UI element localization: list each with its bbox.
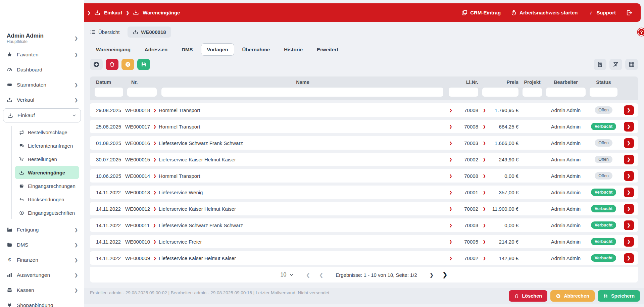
sidebar-item-einkauf[interactable]: Einkauf [3, 109, 81, 122]
column-header-linr[interactable]: Li.Nr. [447, 80, 480, 85]
help-button[interactable]: ? [638, 28, 644, 36]
tab-overview[interactable]: Übersicht [90, 29, 119, 35]
tray-down-icon [7, 113, 13, 118]
last-page-button[interactable]: ❯ [442, 271, 447, 278]
column-settings-button[interactable] [625, 59, 638, 70]
sidebar-item-finanzen[interactable]: Finanzen❯ [0, 252, 84, 267]
tab-record-we000018[interactable]: WE000018 [128, 27, 171, 38]
sidebar-item-eingangsrechnungen[interactable]: Eingangsrechnungen [0, 179, 84, 193]
logout-button[interactable] [626, 9, 633, 16]
tab-dms[interactable]: DMS [176, 43, 199, 56]
tab-uebernahme[interactable]: Übernahme [236, 43, 276, 56]
delete-button[interactable] [106, 59, 118, 70]
row-name: Lieferservice Schwarz Frank Schwarz [159, 222, 447, 228]
crm-entry-button[interactable]: CRM-Eintrag [461, 10, 501, 16]
report-preview-button[interactable] [594, 59, 606, 70]
open-record-button[interactable]: ❯ [624, 155, 634, 164]
sidebar-item-eingangsgutschriften[interactable]: Eingangsgutschriften [0, 206, 84, 219]
table-row[interactable]: 25.08.2025 WE000017❯ Hommel Transport ❯7… [90, 120, 638, 133]
row-preis: ❯684,25 € [480, 124, 521, 130]
open-record-button[interactable]: ❯ [624, 105, 634, 115]
save-button[interactable] [137, 59, 150, 70]
column-header-datum[interactable]: Datum [90, 80, 125, 85]
trash-icon [109, 61, 115, 67]
column-header-nr[interactable]: Nr. [125, 80, 159, 85]
link-chevron-icon: ❯ [153, 240, 156, 244]
previous-page-button[interactable]: ❮ [319, 272, 324, 278]
tab-adressen[interactable]: Adressen [139, 43, 174, 56]
table-row[interactable]: 29.08.2025 WE000018❯ Hommel Transport ❯7… [90, 103, 638, 117]
filter-bearbeiter-input[interactable] [546, 88, 586, 97]
add-button[interactable] [90, 59, 103, 70]
delete-record-button[interactable]: Löschen [509, 290, 548, 302]
table-row[interactable]: 01.08.2025 WE000016❯ Lieferservice Schwa… [90, 136, 638, 150]
tray-down-icon [19, 170, 24, 175]
open-record-button[interactable]: ❯ [624, 122, 634, 132]
row-datum: 14.11.2022 [90, 222, 125, 228]
euro-circle-icon [19, 210, 24, 215]
column-header-name[interactable]: Name [159, 80, 447, 85]
table-row[interactable]: 10.06.2025 WE000014❯ Hommel Transport ❯7… [90, 169, 638, 183]
open-record-button[interactable]: ❯ [624, 204, 634, 214]
column-header-preis[interactable]: Preis [480, 80, 521, 85]
filter-nr-input[interactable] [127, 88, 157, 97]
pagination: 10 ❮ ❮ Ergebnisse: 1 - 10 von 18, Seite:… [90, 267, 638, 283]
save-record-button[interactable]: Speichern [598, 290, 640, 302]
tab-wareneingang[interactable]: Wareneingang [90, 43, 137, 56]
sidebar-item-dms[interactable]: DMS❯ [0, 237, 84, 252]
open-record-button[interactable]: ❯ [624, 138, 634, 148]
sidebar-item-wareneingaenge[interactable]: Wareneingänge [15, 166, 79, 179]
table-row[interactable]: 30.07.2025 WE000015❯ Lieferservice Kaise… [90, 153, 638, 166]
sidebar-item-ruecksendungen[interactable]: Rücksendungen [0, 193, 84, 206]
tab-vorlagen[interactable]: Vorlagen [201, 43, 234, 56]
sidebar-item-kassen[interactable]: Kassen❯ [0, 283, 84, 298]
sidebar-item-bestellungen[interactable]: Bestellungen [0, 152, 84, 166]
filter-status-input[interactable] [590, 88, 617, 97]
filter-name-input[interactable] [161, 88, 443, 97]
user-menu[interactable]: Admin Admin Hauptfiliale ❯ [0, 30, 84, 47]
sidebar-item-stammdaten[interactable]: Stammdaten❯ [0, 77, 84, 92]
sidebar-item-verkauf[interactable]: Verkauf❯ [0, 92, 84, 107]
breadcrumb-einkauf[interactable]: Einkauf [104, 10, 122, 15]
tab-historie[interactable]: Historie [278, 43, 309, 56]
register-icon [7, 287, 12, 293]
column-header-status[interactable]: Status [588, 80, 620, 85]
column-header-projekt[interactable]: Projekt [521, 80, 544, 85]
sidebar-item-favoriten[interactable]: Favoriten❯ [0, 47, 84, 62]
page-size-select[interactable]: 10 [281, 272, 294, 278]
sidebar-item-fertigung[interactable]: Fertigung❯ [0, 222, 84, 237]
first-page-button[interactable]: ❮ [306, 272, 310, 278]
link-chevron-icon: ❯ [449, 158, 452, 161]
sidebar-item-bestellvorschlaege[interactable]: Bestellvorschläge [0, 125, 84, 139]
support-button[interactable]: Support [588, 10, 616, 16]
sidebar-item-dashboard[interactable]: Dashboard [0, 62, 84, 77]
cancel-record-button[interactable]: Abbrechen [550, 290, 595, 302]
sidebar-item-lieferantenanfragen[interactable]: Lieferantenanfragen [0, 139, 84, 152]
filter-linr-input[interactable] [449, 88, 478, 97]
next-page-button[interactable]: ❯ [429, 271, 434, 278]
filter-projekt-input[interactable] [523, 88, 542, 97]
table-row[interactable]: 14.11.2022 WE000013❯ Lieferservice Wenig… [90, 186, 638, 199]
link-chevron-icon: ❯ [153, 174, 156, 178]
column-header-bearbeiter[interactable]: Bearbeiter [544, 80, 588, 85]
sidebar-item-auswertungen[interactable]: Auswertungen❯ [0, 267, 84, 283]
open-record-button[interactable]: ❯ [624, 237, 634, 247]
table-row[interactable]: 14.11.2022 WE000010❯ Lieferservice Freie… [90, 235, 638, 248]
table-row[interactable]: 14.11.2022 WE000009❯ Lieferservice Kaise… [90, 251, 638, 265]
worklog-start-button[interactable]: Arbeitsnachweis starten [511, 10, 578, 16]
table-row[interactable]: 14.11.2022 WE000012❯ Lieferservice Kaise… [90, 202, 638, 215]
filter-preis-input[interactable] [482, 88, 518, 97]
open-record-button[interactable]: ❯ [624, 188, 634, 197]
row-status: Verbucht [588, 221, 620, 229]
table-row[interactable]: 14.11.2022 WE000011❯ Lieferservice Schwa… [90, 218, 638, 232]
clear-filter-button[interactable] [609, 59, 622, 70]
cancel-button[interactable] [121, 59, 134, 70]
filter-datum-input[interactable] [95, 88, 123, 97]
open-record-button[interactable]: ❯ [624, 171, 634, 181]
status-badge: Verbucht [591, 189, 616, 196]
breadcrumb-wareneingaenge[interactable]: Wareneingänge [143, 10, 180, 15]
tab-erweitert[interactable]: Erweitert [311, 43, 344, 56]
open-record-button[interactable]: ❯ [624, 253, 634, 263]
sidebar-item-shopanbindung[interactable]: Shopanbindung [0, 298, 84, 307]
open-record-button[interactable]: ❯ [624, 220, 634, 230]
